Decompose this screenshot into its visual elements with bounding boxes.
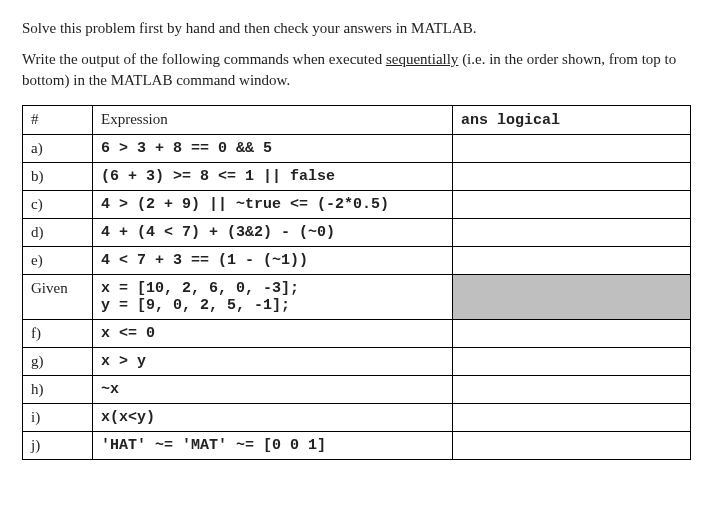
row-label-j: j) (23, 432, 93, 460)
row-label-g: g) (23, 348, 93, 376)
header-hash: # (23, 106, 93, 135)
row-ans-g (453, 348, 691, 376)
row-label-i: i) (23, 404, 93, 432)
row-label-h: h) (23, 376, 93, 404)
table-row: f) x <= 0 (23, 320, 691, 348)
row-ans-d (453, 219, 691, 247)
row-label-b: b) (23, 163, 93, 191)
row-ans-i (453, 404, 691, 432)
row-label-e: e) (23, 247, 93, 275)
row-ans-given (453, 275, 691, 320)
row-ans-h (453, 376, 691, 404)
table-row: j) 'HAT' ~= 'MAT' ~= [0 0 1] (23, 432, 691, 460)
row-label-d: d) (23, 219, 93, 247)
header-ans: ans logical (453, 106, 691, 135)
row-label-a: a) (23, 135, 93, 163)
table-row: g) x > y (23, 348, 691, 376)
row-expr-e: 4 < 7 + 3 == (1 - (~1)) (93, 247, 453, 275)
row-expr-given: x = [10, 2, 6, 0, -3]; y = [9, 0, 2, 5, … (93, 275, 453, 320)
intro-line-2: Write the output of the following comman… (22, 49, 691, 91)
table-row: i) x(x<y) (23, 404, 691, 432)
row-label-given: Given (23, 275, 93, 320)
table-row: h) ~x (23, 376, 691, 404)
table-row: a) 6 > 3 + 8 == 0 && 5 (23, 135, 691, 163)
row-expr-h: ~x (93, 376, 453, 404)
intro-text: Solve this problem first by hand and the… (22, 18, 691, 91)
header-ans-code: logical (497, 112, 560, 129)
row-ans-b (453, 163, 691, 191)
row-expr-d: 4 + (4 < 7) + (3&2) - (~0) (93, 219, 453, 247)
row-ans-j (453, 432, 691, 460)
row-expr-i: x(x<y) (93, 404, 453, 432)
table-row: b) (6 + 3) >= 8 <= 1 || false (23, 163, 691, 191)
row-expr-f: x <= 0 (93, 320, 453, 348)
row-expr-b: (6 + 3) >= 8 <= 1 || false (93, 163, 453, 191)
table-row: c) 4 > (2 + 9) || ~true <= (-2*0.5) (23, 191, 691, 219)
row-ans-c (453, 191, 691, 219)
header-expression: Expression (93, 106, 453, 135)
row-expr-c: 4 > (2 + 9) || ~true <= (-2*0.5) (93, 191, 453, 219)
table-header-row: # Expression ans logical (23, 106, 691, 135)
intro-underlined: sequentially (386, 51, 458, 67)
row-expr-j: 'HAT' ~= 'MAT' ~= [0 0 1] (93, 432, 453, 460)
table-row: e) 4 < 7 + 3 == (1 - (~1)) (23, 247, 691, 275)
row-label-c: c) (23, 191, 93, 219)
row-expr-g: x > y (93, 348, 453, 376)
expressions-table: # Expression ans logical a) 6 > 3 + 8 ==… (22, 105, 691, 460)
intro-line-1: Solve this problem first by hand and the… (22, 18, 691, 39)
row-ans-a (453, 135, 691, 163)
table-row-given: Given x = [10, 2, 6, 0, -3]; y = [9, 0, … (23, 275, 691, 320)
row-expr-a: 6 > 3 + 8 == 0 && 5 (93, 135, 453, 163)
row-ans-e (453, 247, 691, 275)
row-label-f: f) (23, 320, 93, 348)
table-row: d) 4 + (4 < 7) + (3&2) - (~0) (23, 219, 691, 247)
row-ans-f (453, 320, 691, 348)
